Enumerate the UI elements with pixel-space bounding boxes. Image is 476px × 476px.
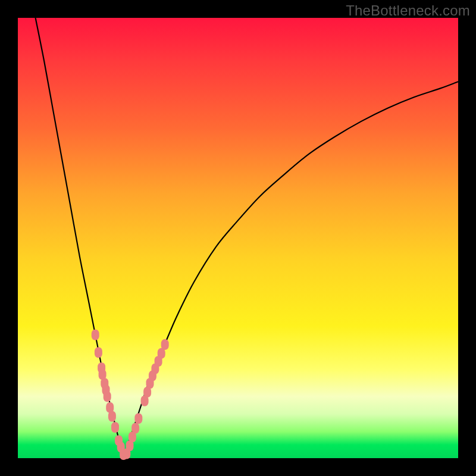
curve-right-branch [124, 82, 458, 458]
outer-frame: TheBottleneck.com [0, 0, 476, 476]
bead-point [108, 411, 116, 422]
bead-point [134, 413, 142, 424]
beads-group [92, 330, 169, 460]
plot-area [18, 18, 458, 458]
bead-point [104, 391, 111, 402]
watermark-text: TheBottleneck.com [346, 2, 470, 19]
chart-overlay [18, 18, 458, 458]
curve-left-branch [36, 18, 124, 458]
bead-point [111, 422, 119, 433]
bead-point [95, 347, 102, 358]
bead-point [131, 423, 139, 434]
bead-point [161, 339, 169, 350]
bead-point [92, 330, 99, 340]
